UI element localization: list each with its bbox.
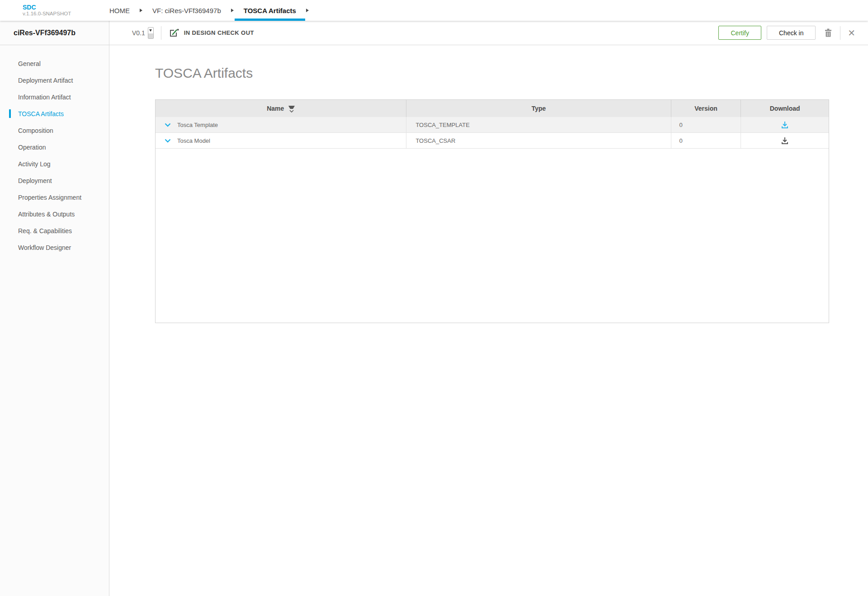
sidebar-item-attributes-outputs[interactable]: Attributes & Outputs <box>0 206 109 222</box>
column-header-type[interactable]: Type <box>406 100 671 117</box>
checkout-edit-icon <box>169 28 179 38</box>
artifact-name-cell: Tosca Model <box>156 133 406 148</box>
stepper-track[interactable] <box>148 33 153 38</box>
artifact-name: Tosca Template <box>177 122 218 128</box>
top-nav-bar: SDC v.1.16.0-SNAPSHOT HOME VF: ciRes-VFf… <box>0 0 868 21</box>
breadcrumb: HOME VF: ciRes-VFf369497b TOSCA Artifact… <box>100 0 310 21</box>
breadcrumb-tab-vf-label: VF: ciRes-VFf369497b <box>152 7 221 14</box>
stepper-down-arrow-icon[interactable] <box>148 28 153 33</box>
table-empty-area <box>156 149 829 323</box>
table-row[interactable]: Tosca Template TOSCA_TEMPLATE 0 <box>156 117 829 133</box>
divider <box>161 26 161 40</box>
delete-button[interactable] <box>824 28 833 38</box>
app-version-label: v.1.16.0-SNAPSHOT <box>23 11 77 17</box>
sidebar-item-tosca-artifacts[interactable]: TOSCA Artifacts <box>0 105 109 122</box>
artifact-name-cell: Tosca Template <box>156 117 406 132</box>
main-panel: TOSCA Artifacts Name Type Version <box>109 45 868 596</box>
sidebar-item-workflow-designer[interactable]: Workflow Designer <box>0 239 109 256</box>
chevron-down-icon[interactable] <box>165 123 171 127</box>
download-icon[interactable] <box>781 121 789 129</box>
sidebar-item-composition[interactable]: Composition <box>0 122 109 139</box>
breadcrumb-arrow-icon <box>140 9 142 12</box>
workspace-header-main: V0.1 IN DESIGN CHECK OUT Certify Check i… <box>109 21 868 45</box>
page-title: TOSCA Artifacts <box>155 65 868 81</box>
sidebar-item-information-artifact[interactable]: Information Artifact <box>0 89 109 105</box>
table-row[interactable]: Tosca Model TOSCA_CSAR 0 <box>156 133 829 149</box>
sidebar-menu: General Deployment Artifact Information … <box>0 45 109 596</box>
sidebar-item-activity-log[interactable]: Activity Log <box>0 155 109 172</box>
sidebar-item-operation[interactable]: Operation <box>0 139 109 155</box>
table-header-row: Name Type Version Download <box>156 100 829 117</box>
breadcrumb-tab-home[interactable]: HOME <box>100 0 139 21</box>
sidebar-item-deployment[interactable]: Deployment <box>0 172 109 189</box>
tosca-artifacts-table: Name Type Version Download <box>155 99 829 323</box>
chevron-down-icon[interactable] <box>165 139 171 143</box>
lifecycle-state-label: IN DESIGN CHECK OUT <box>184 29 254 36</box>
certify-button[interactable]: Certify <box>718 26 761 40</box>
artifact-download-cell <box>741 117 829 132</box>
trash-icon <box>824 28 833 38</box>
breadcrumb-arrow-icon <box>306 9 309 12</box>
breadcrumb-arrow-icon <box>231 9 234 12</box>
check-in-button[interactable]: Check in <box>767 26 816 40</box>
sidebar-item-properties-assignment[interactable]: Properties Assignment <box>0 189 109 206</box>
sort-icon[interactable] <box>288 106 295 113</box>
sidebar-item-req-capabilities[interactable]: Req. & Capabilities <box>0 222 109 239</box>
close-icon[interactable]: ✕ <box>848 28 855 38</box>
breadcrumb-tab-tosca-artifacts-label: TOSCA Artifacts <box>244 7 296 14</box>
column-header-download[interactable]: Download <box>741 100 829 117</box>
divider <box>840 26 840 40</box>
sidebar-item-deployment-artifact[interactable]: Deployment Artifact <box>0 72 109 89</box>
artifact-name: Tosca Model <box>177 137 210 144</box>
download-icon[interactable] <box>781 137 789 145</box>
artifact-type-cell: TOSCA_CSAR <box>406 133 671 148</box>
app-logo-title: SDC <box>23 4 77 11</box>
version-stepper[interactable] <box>148 27 154 39</box>
breadcrumb-tab-home-label: HOME <box>109 7 130 14</box>
content-area: General Deployment Artifact Information … <box>0 45 868 596</box>
column-header-version[interactable]: Version <box>671 100 741 117</box>
column-header-name[interactable]: Name <box>156 100 406 117</box>
artifact-type-cell: TOSCA_TEMPLATE <box>406 117 671 132</box>
active-indicator-bar <box>9 109 11 118</box>
app-logo[interactable]: SDC v.1.16.0-SNAPSHOT <box>23 4 77 17</box>
version-label: V0.1 <box>132 29 145 37</box>
artifact-download-cell <box>741 133 829 148</box>
sidebar-item-general[interactable]: General <box>0 55 109 72</box>
breadcrumb-tab-vf[interactable]: VF: ciRes-VFf369497b <box>143 0 230 21</box>
breadcrumb-tab-tosca-artifacts[interactable]: TOSCA Artifacts <box>235 0 305 21</box>
entity-name: ciRes-VFf369497b <box>14 29 75 37</box>
artifact-version-cell: 0 <box>671 117 741 132</box>
workspace-header: ciRes-VFf369497b V0.1 IN DESIGN CHECK OU… <box>0 21 868 45</box>
artifact-version-cell: 0 <box>671 133 741 148</box>
entity-name-panel: ciRes-VFf369497b <box>0 21 109 45</box>
